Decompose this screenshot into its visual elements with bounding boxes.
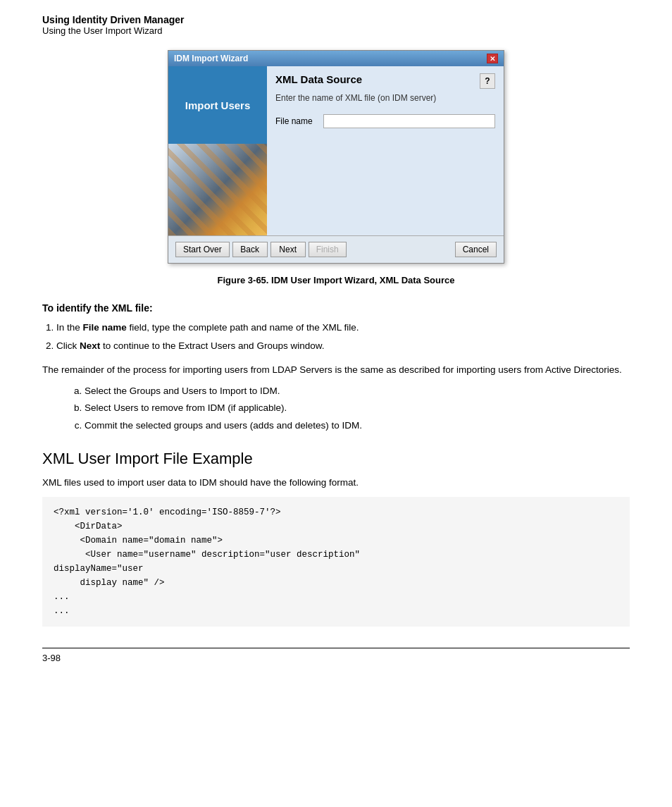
back-button[interactable]: Back — [232, 242, 268, 257]
step-2-post: to continue to the Extract Users and Gro… — [100, 340, 324, 351]
xml-datasource-title: XML Data Source — [275, 73, 362, 85]
start-over-button[interactable]: Start Over — [175, 242, 230, 257]
next-button[interactable]: Next — [270, 242, 306, 257]
xml-datasource-header: XML Data Source ? — [275, 73, 495, 89]
step-2: Click Next to continue to the Extract Us… — [56, 339, 630, 353]
body-paragraph: The remainder of the process for importi… — [42, 362, 630, 378]
figure-caption: Figure 3-65. IDM User Import Wizard, XML… — [42, 275, 630, 285]
file-name-input[interactable] — [323, 114, 495, 128]
alpha-item-b: Select Users to remove from IDM (if appl… — [85, 401, 630, 415]
dialog-titlebar: IDM Import Wizard ✕ — [168, 51, 504, 66]
page-number: 3-98 — [42, 653, 61, 663]
dialog-title: IDM Import Wizard — [174, 54, 248, 63]
page-footer: 3-98 — [42, 648, 630, 663]
dialog-image — [168, 144, 267, 235]
step-1-pre: In the — [56, 322, 83, 333]
step-1-bold: File name — [83, 322, 127, 333]
alpha-item-c: Commit the selected groups and users (ad… — [85, 419, 630, 433]
dialog-footer: Start Over Back Next Finish Cancel — [168, 235, 504, 263]
header-title: Using Identity Driven Manager — [42, 14, 630, 25]
import-users-label: Import Users — [168, 66, 267, 144]
page-header: Using Identity Driven Manager Using the … — [42, 14, 630, 36]
finish-button[interactable]: Finish — [309, 242, 347, 257]
cancel-button[interactable]: Cancel — [455, 242, 497, 257]
help-button[interactable]: ? — [480, 73, 495, 89]
alpha-item-a: Select the Groups and Users to Import to… — [85, 384, 630, 398]
step-2-pre: Click — [56, 340, 80, 351]
dialog-close-button[interactable]: ✕ — [487, 54, 498, 63]
section-heading: To identify the XML file: — [42, 302, 630, 314]
alpha-list: Select the Groups and Users to Import to… — [85, 384, 630, 433]
file-name-label: File name — [275, 116, 318, 126]
file-name-row: File name — [275, 114, 495, 128]
code-block: <?xml version='1.0' encoding='ISO-8859-7… — [42, 497, 630, 627]
step-1: In the File name field, type the complet… — [56, 321, 630, 335]
dialog-right-panel: XML Data Source ? Enter the name of XML … — [267, 66, 504, 235]
xml-section-description: XML files used to import user data to ID… — [42, 475, 630, 491]
step-2-bold: Next — [80, 340, 100, 351]
dialog-left-panel: Import Users — [168, 66, 267, 235]
step-1-post: field, type the complete path and name o… — [127, 322, 359, 333]
dialog-window: IDM Import Wizard ✕ Import Users XML Dat… — [168, 50, 504, 264]
dialog-body: Import Users XML Data Source ? Enter the… — [168, 66, 504, 235]
xml-datasource-description: Enter the name of XML file (on IDM serve… — [275, 93, 495, 103]
steps-list: In the File name field, type the complet… — [56, 321, 630, 354]
header-subtitle: Using the User Import Wizard — [42, 25, 630, 36]
footer-left-buttons: Start Over Back Next Finish — [175, 242, 347, 257]
dialog-wrapper: IDM Import Wizard ✕ Import Users XML Dat… — [42, 50, 630, 264]
xml-section-title: XML User Import File Example — [42, 450, 630, 468]
